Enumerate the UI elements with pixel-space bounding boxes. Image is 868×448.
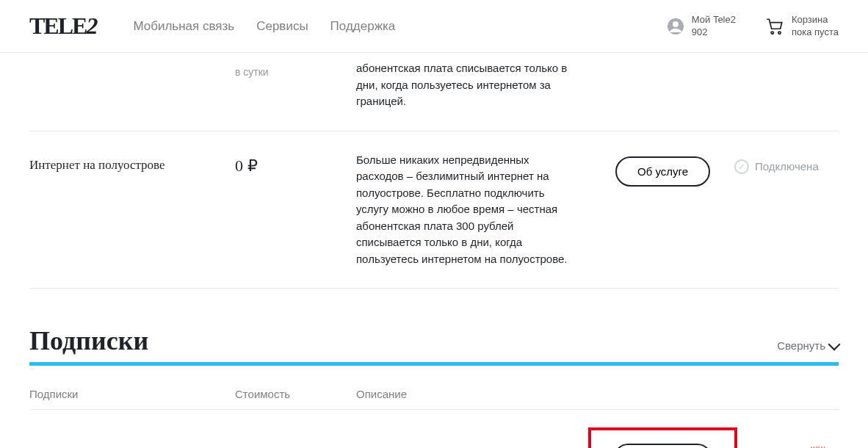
table-header: Подписки Стоимость Описание [29, 388, 839, 410]
cart-link[interactable]: Корзина пока пуста [765, 14, 839, 39]
nav-services[interactable]: Сервисы [256, 19, 308, 34]
nav-support[interactable]: Поддержка [330, 19, 396, 34]
main-nav: Мобильная связь Сервисы Поддержка [133, 19, 395, 34]
unsubscribe-button[interactable]: Отключить [613, 444, 713, 448]
subscription-action-wrap: Отключить [591, 427, 734, 448]
service-price: 0 ₽ [235, 152, 356, 176]
cart-line1: Корзина [792, 14, 839, 26]
account-line2: 902 [692, 26, 736, 39]
svg-point-2 [771, 32, 773, 34]
cart-text: Корзина пока пуста [792, 14, 839, 39]
status-label: Подключена [755, 160, 819, 173]
cart-line2: пока пуста [792, 26, 839, 39]
service-action-col: Об услуге [591, 152, 734, 187]
service-name: Интернет на полуострове [29, 152, 235, 173]
per-day-label: в сутки [235, 66, 356, 78]
cart-icon [765, 17, 784, 36]
subscriptions-header: Подписки Свернуть [29, 325, 839, 356]
wm-line1: как [810, 444, 839, 448]
col-header-desc: Описание [356, 388, 591, 400]
main-content: в сутки абонентская плата списывается то… [0, 53, 868, 448]
service-row: в сутки абонентская плата списывается то… [29, 53, 839, 131]
service-row: Интернет на полуострове 0 ₽ Больше никак… [29, 131, 839, 289]
service-status [734, 60, 839, 68]
collapse-toggle[interactable]: Свернуть [777, 339, 839, 352]
subscription-row: Книжный портал Tele2 9 ₽ в сутки Отключи… [29, 410, 839, 448]
service-description: Больше никаких непредвиденных расходов –… [356, 152, 591, 268]
subscription-price: 9 ₽ в сутки [235, 441, 356, 449]
about-service-button[interactable]: Об услуге [615, 156, 710, 187]
check-icon [734, 159, 749, 174]
svg-point-1 [673, 21, 679, 27]
col-header-name: Подписки [29, 388, 235, 400]
nav-mobile[interactable]: Мобильная связь [133, 19, 234, 34]
user-icon [667, 18, 684, 35]
service-name [29, 60, 235, 66]
section-title: Подписки [29, 325, 148, 356]
account-line1: Мой Tele2 [692, 14, 736, 26]
service-description: абонентская плата списывается только в д… [356, 60, 591, 110]
divider [29, 362, 839, 366]
account-link[interactable]: Мой Tele2 902 [667, 14, 736, 39]
account-text: Мой Tele2 902 [692, 14, 736, 39]
header-right: Мой Tele2 902 Корзина пока пуста [667, 14, 839, 39]
watermark: как опера тор ру [734, 444, 839, 448]
site-header: TELE2 Мобильная связь Сервисы Поддержка … [0, 0, 868, 53]
service-price: в сутки [235, 60, 356, 78]
logo[interactable]: TELE2 [29, 12, 96, 40]
col-header-price: Стоимость [235, 388, 356, 400]
service-status: Подключена [734, 152, 839, 174]
svg-point-3 [778, 32, 781, 34]
service-action [591, 60, 734, 65]
highlight-box: Отключить [588, 427, 738, 448]
